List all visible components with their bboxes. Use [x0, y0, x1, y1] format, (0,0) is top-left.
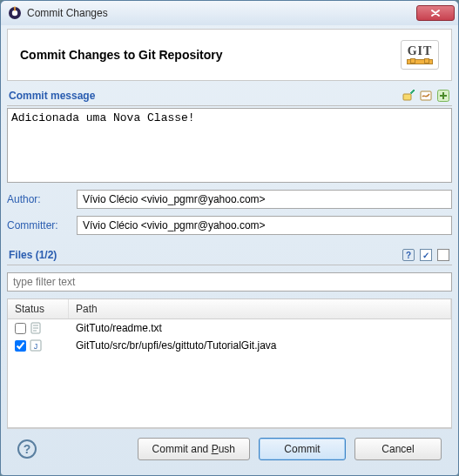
- svg-rect-7: [442, 92, 444, 99]
- show-whitespace-icon[interactable]: [436, 89, 450, 103]
- app-icon: [8, 6, 22, 20]
- row-path: GitTuto/readme.txt: [76, 322, 444, 334]
- git-logo: GIT: [401, 40, 439, 70]
- deselect-all-icon[interactable]: [436, 248, 450, 262]
- committer-row: Committer:: [7, 216, 452, 235]
- author-label: Author:: [7, 193, 70, 205]
- close-button[interactable]: [416, 5, 455, 21]
- row-checkbox[interactable]: [15, 340, 26, 352]
- author-input[interactable]: [77, 190, 452, 209]
- select-all-icon[interactable]: ✓: [419, 248, 433, 262]
- titlebar: Commit Changes: [1, 1, 458, 25]
- commit-button[interactable]: Commit: [259, 438, 346, 460]
- files-label: Files (1/2): [9, 249, 57, 261]
- committer-label: Committer:: [7, 219, 70, 231]
- help-small-icon[interactable]: ?: [402, 248, 415, 262]
- commit-and-push-button[interactable]: Commit and Push: [138, 438, 250, 460]
- svg-text:J: J: [34, 342, 38, 351]
- filter-input[interactable]: [7, 272, 452, 292]
- files-header: Files (1/2) ? ✓: [7, 245, 452, 265]
- java-file-icon: J: [30, 339, 42, 352]
- help-icon[interactable]: ?: [17, 439, 37, 459]
- table-header: Status Path: [8, 299, 451, 319]
- dialog-window: Commit Changes Commit Changes to Git Rep…: [0, 0, 459, 476]
- dialog-footer: ? Commit and Push Commit Cancel: [7, 428, 452, 471]
- signoff-icon[interactable]: [419, 89, 433, 103]
- table-row[interactable]: JGitTuto/src/br/upfi/es/gittuto/Tutorial…: [8, 337, 451, 354]
- window-title: Commit Changes: [27, 7, 411, 19]
- svg-rect-2: [14, 7, 16, 11]
- commit-message-input[interactable]: [7, 108, 452, 183]
- table-row[interactable]: GitTuto/readme.txt: [8, 319, 451, 337]
- cancel-button[interactable]: Cancel: [354, 438, 442, 460]
- svg-point-1: [12, 10, 17, 16]
- amend-icon[interactable]: [402, 89, 415, 103]
- committer-input[interactable]: [77, 216, 452, 235]
- row-path: GitTuto/src/br/upfi/es/gittuto/TutorialG…: [76, 339, 444, 352]
- files-table: Status Path GitTuto/readme.txtJGitTuto/s…: [7, 298, 452, 428]
- col-status[interactable]: Status: [8, 299, 69, 318]
- row-checkbox[interactable]: [15, 323, 26, 334]
- col-path[interactable]: Path: [69, 299, 451, 318]
- dialog-body: Commit message Author: Committer:: [7, 86, 452, 428]
- commit-message-header: Commit message: [7, 86, 452, 106]
- dialog-header: Commit Changes to Git Repository GIT: [7, 29, 452, 81]
- author-row: Author:: [7, 190, 452, 209]
- svg-rect-3: [403, 94, 411, 100]
- table-body: GitTuto/readme.txtJGitTuto/src/br/upfi/e…: [8, 319, 451, 354]
- commit-message-label: Commit message: [9, 90, 95, 102]
- text-file-icon: [30, 322, 42, 334]
- dialog-title: Commit Changes to Git Repository: [20, 48, 223, 62]
